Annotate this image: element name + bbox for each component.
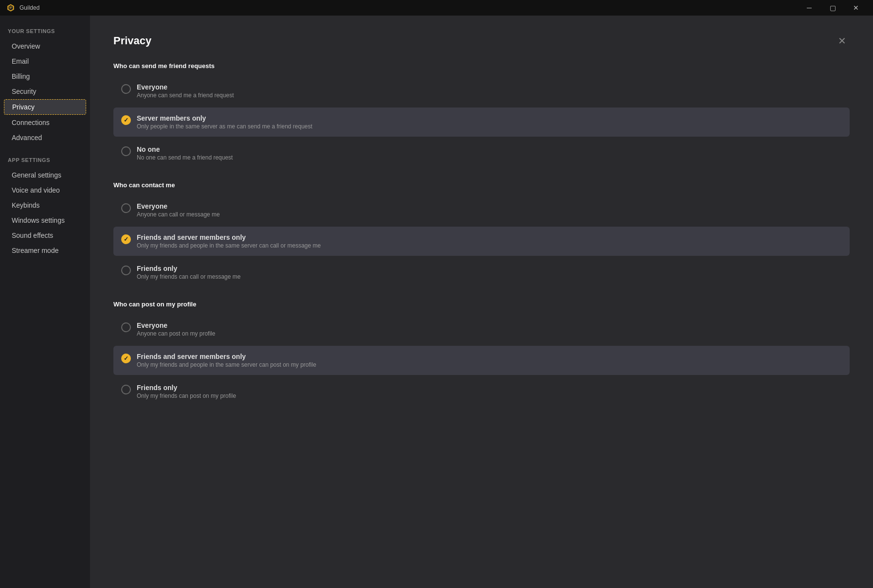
profile-friends-only-radio <box>121 385 131 394</box>
titlebar-controls: ─ ▢ ✕ <box>798 0 867 16</box>
option-title: Friends only <box>137 384 236 392</box>
profile-friends-only-option[interactable]: Friends only Only my friends can post on… <box>113 377 850 406</box>
contact-everyone-option[interactable]: Everyone Anyone can call or message me <box>113 196 850 225</box>
option-desc: Only my friends can call or message me <box>137 273 240 280</box>
app-container: Your settings Overview Email Billing Sec… <box>0 16 873 588</box>
friend-request-server-members-option[interactable]: ✓ Server members only Only people in the… <box>113 107 850 137</box>
your-settings-label: Your settings <box>0 25 90 37</box>
maximize-button[interactable]: ▢ <box>821 0 844 16</box>
minimize-button[interactable]: ─ <box>798 0 820 16</box>
sidebar-item-keybinds[interactable]: Keybinds <box>4 198 86 213</box>
option-title: Everyone <box>137 321 215 329</box>
option-desc: Anyone can send me a friend request <box>137 92 234 99</box>
profile-friends-and-server-radio: ✓ <box>121 354 131 363</box>
option-desc: Only people in the same server as me can… <box>137 123 312 130</box>
sidebar: Your settings Overview Email Billing Sec… <box>0 16 90 588</box>
contact-everyone-radio <box>121 203 131 213</box>
sidebar-item-voice-and-video[interactable]: Voice and video <box>4 183 86 197</box>
friend-request-everyone-option[interactable]: Everyone Anyone can send me a friend req… <box>113 76 850 106</box>
contact-friends-only-radio <box>121 266 131 275</box>
option-title: No one <box>137 145 233 153</box>
option-desc: Anyone can call or message me <box>137 211 220 218</box>
option-desc: Only my friends and people in the same s… <box>137 361 316 368</box>
profile-posts-heading: Who can post on my profile <box>113 301 850 308</box>
option-desc: Only my friends can post on my profile <box>137 392 236 399</box>
sidebar-item-windows-settings[interactable]: Windows settings <box>4 213 86 228</box>
sidebar-item-connections[interactable]: Connections <box>4 115 86 130</box>
option-title: Server members only <box>137 114 312 122</box>
contact-friends-only-option[interactable]: Friends only Only my friends can call or… <box>113 258 850 287</box>
profile-friends-and-server-option[interactable]: ✓ Friends and server members only Only m… <box>113 346 850 375</box>
window-close-button[interactable]: ✕ <box>845 0 867 16</box>
friend-request-no-one-option[interactable]: No one No one can send me a friend reque… <box>113 139 850 168</box>
contact-heading: Who can contact me <box>113 181 850 189</box>
friend-requests-section: Who can send me friend requests Everyone… <box>113 62 850 168</box>
friend-request-no-one-radio <box>121 146 131 156</box>
contact-friends-and-server-option[interactable]: ✓ Friends and server members only Only m… <box>113 227 850 256</box>
option-desc: No one can send me a friend request <box>137 154 233 161</box>
sidebar-item-streamer-mode[interactable]: Streamer mode <box>4 243 86 258</box>
sidebar-item-privacy[interactable]: Privacy <box>4 99 86 115</box>
contact-friends-and-server-radio: ✓ <box>121 234 131 244</box>
contact-section: Who can contact me Everyone Anyone can c… <box>113 181 850 287</box>
app-settings-label: App settings <box>0 154 90 166</box>
profile-posts-section: Who can post on my profile Everyone Anyo… <box>113 301 850 406</box>
profile-everyone-option[interactable]: Everyone Anyone can post on my profile <box>113 315 850 344</box>
titlebar: Guilded ─ ▢ ✕ <box>0 0 873 16</box>
page-close-button[interactable]: ✕ <box>834 33 850 49</box>
option-title: Friends and server members only <box>137 233 321 241</box>
option-title: Everyone <box>137 83 234 91</box>
sidebar-item-sound-effects[interactable]: Sound effects <box>4 228 86 243</box>
option-desc: Anyone can post on my profile <box>137 330 215 337</box>
sidebar-item-general-settings[interactable]: General settings <box>4 168 86 182</box>
friend-requests-heading: Who can send me friend requests <box>113 62 850 70</box>
profile-everyone-radio <box>121 322 131 332</box>
friend-request-server-members-radio: ✓ <box>121 115 131 125</box>
guilded-logo-icon <box>6 3 16 13</box>
sidebar-item-overview[interactable]: Overview <box>4 39 86 53</box>
titlebar-left: Guilded <box>6 3 39 13</box>
option-title: Friends and server members only <box>137 353 316 360</box>
sidebar-item-security[interactable]: Security <box>4 84 86 99</box>
main-content: Privacy ✕ Who can send me friend request… <box>90 16 873 588</box>
titlebar-title: Guilded <box>19 4 39 11</box>
friend-request-everyone-radio <box>121 84 131 94</box>
page-header: Privacy ✕ <box>113 33 850 49</box>
sidebar-item-billing[interactable]: Billing <box>4 69 86 84</box>
option-title: Friends only <box>137 265 240 272</box>
sidebar-item-email[interactable]: Email <box>4 54 86 69</box>
page-title: Privacy <box>113 35 151 47</box>
option-desc: Only my friends and people in the same s… <box>137 242 321 249</box>
sidebar-item-advanced[interactable]: Advanced <box>4 130 86 145</box>
option-title: Everyone <box>137 202 220 210</box>
